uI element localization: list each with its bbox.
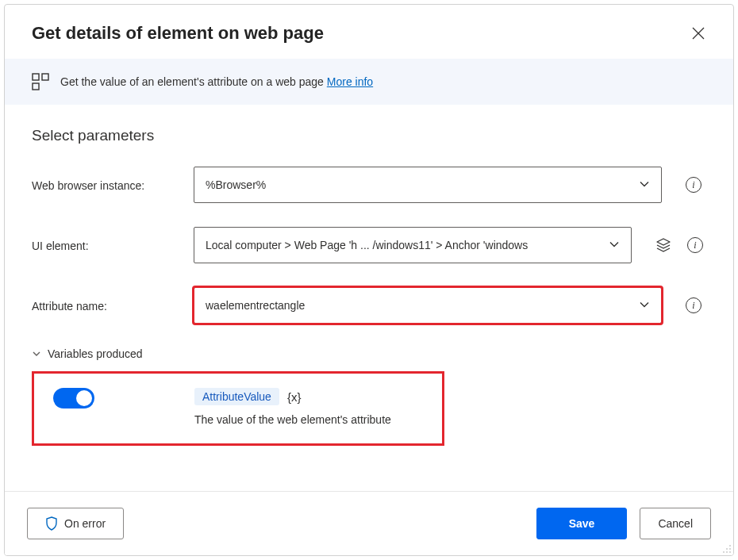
browser-label: Web browser instance: [32,178,183,192]
ui-element-label: UI element: [32,238,183,252]
svg-rect-0 [33,74,39,80]
ui-element-side-icons: i [643,234,706,256]
variable-braces: {x} [287,390,302,404]
variable-name-row: AttributeValue {x} [194,388,391,405]
section-title: Select parameters [32,127,706,144]
info-bar-description: Get the value of an element's attribute … [60,75,324,88]
attribute-info-button[interactable]: i [682,294,705,316]
dialog-title: Get details of element on web page [32,23,324,44]
svg-point-4 [726,548,728,550]
chevron-down-icon [609,239,620,252]
ui-element-select[interactable]: Local computer > Web Page 'h ... /window… [194,227,632,263]
info-icon: i [686,177,701,193]
browser-value: %Browser% [206,178,266,191]
browser-select[interactable]: %Browser% [194,167,662,203]
svg-rect-2 [33,83,39,90]
browser-control: %Browser% [194,167,662,203]
attribute-side-icons: i [673,294,705,316]
field-row-ui-element: UI element: Local computer > Web Page 'h… [32,227,706,263]
variable-toggle[interactable] [53,388,94,408]
chevron-down-icon [32,349,41,359]
cancel-button[interactable]: Cancel [640,508,711,539]
info-bar: Get the value of an element's attribute … [5,59,733,105]
info-bar-text: Get the value of an element's attribute … [60,75,373,88]
attribute-select[interactable]: waelementrectangle [194,287,662,324]
chevron-down-icon [639,178,650,192]
close-button[interactable] [687,22,709,44]
ui-element-picker-button[interactable] [652,234,675,256]
footer-right: Save Cancel [536,508,711,539]
attribute-value: waelementrectangle [206,299,305,312]
resize-handle-icon[interactable] [721,543,732,554]
browser-info-button[interactable]: i [682,174,705,196]
svg-point-7 [726,551,728,553]
close-icon [692,27,705,40]
variables-produced-toggle[interactable]: Variables produced [32,347,706,360]
dialog-header: Get details of element on web page [5,5,733,59]
attribute-control: waelementrectangle [194,287,662,324]
ui-element-control: Local computer > Web Page 'h ... /window… [194,227,632,263]
browser-side-icons: i [673,174,705,196]
variable-name[interactable]: AttributeValue [194,388,279,405]
svg-point-5 [729,548,731,550]
save-button[interactable]: Save [536,508,628,539]
cancel-label: Cancel [658,517,693,530]
action-icon [32,73,49,90]
svg-point-8 [729,551,731,553]
variables-header-text: Variables produced [48,347,143,360]
save-label: Save [569,517,595,530]
more-info-link[interactable]: More info [327,75,373,88]
on-error-label: On error [64,517,106,530]
svg-rect-1 [42,74,48,80]
dialog-footer: On error Save Cancel [5,491,733,555]
svg-point-6 [723,551,725,553]
layers-icon [655,237,671,253]
variables-body: AttributeValue {x} The value of the web … [32,371,444,446]
dialog-body: Select parameters Web browser instance: … [5,105,733,491]
variable-description: The value of the web element's attribute [194,413,391,426]
shield-icon [45,516,58,531]
svg-point-3 [729,545,731,547]
on-error-button[interactable]: On error [27,508,124,539]
variable-content: AttributeValue {x} The value of the web … [118,388,391,426]
chevron-down-icon [639,299,650,313]
info-icon: i [686,297,701,313]
info-icon: i [687,237,703,253]
attribute-label: Attribute name: [32,298,183,313]
ui-element-value: Local computer > Web Page 'h ... /window… [206,239,528,251]
toggle-knob [76,390,92,406]
field-row-attribute: Attribute name: waelementrectangle i [32,287,706,324]
field-row-browser: Web browser instance: %Browser% i [32,167,706,203]
dialog: Get details of element on web page Get t… [4,4,734,556]
ui-element-info-button[interactable]: i [684,234,706,256]
